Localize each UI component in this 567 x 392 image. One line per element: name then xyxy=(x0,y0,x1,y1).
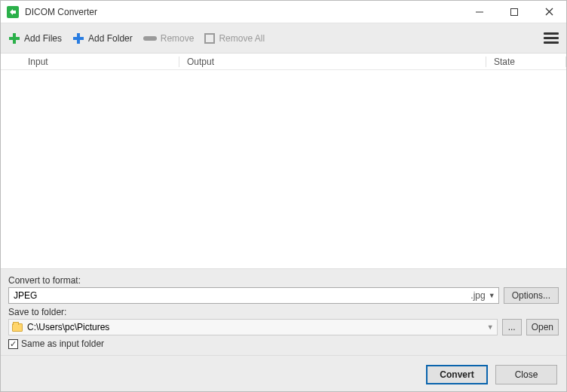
remove-button: Remove xyxy=(143,33,195,44)
save-folder-select[interactable]: C:\Users\pc\Pictures ▼ xyxy=(8,319,498,335)
column-header: Input Output State xyxy=(1,54,566,70)
column-divider xyxy=(565,57,566,67)
svg-rect-7 xyxy=(73,37,84,40)
settings-panel: Convert to format: JPEG .jpg ▼ Options..… xyxy=(1,268,566,355)
column-input[interactable]: Input xyxy=(1,57,179,67)
browse-button[interactable]: ... xyxy=(502,319,522,335)
minus-icon xyxy=(143,36,157,41)
format-name: JPEG xyxy=(14,290,470,301)
column-state[interactable]: State xyxy=(486,57,565,67)
title-bar: DICOM Converter xyxy=(1,1,566,23)
maximize-button[interactable] xyxy=(497,1,532,23)
square-icon xyxy=(204,33,215,44)
chevron-down-icon: ▼ xyxy=(487,323,494,331)
footer: Convert Close xyxy=(1,355,566,392)
add-folder-label: Add Folder xyxy=(88,33,133,44)
close-button[interactable]: Close xyxy=(495,365,557,384)
toolbar: Add Files Add Folder Remove Remove All xyxy=(1,23,566,54)
chevron-down-icon: ▼ xyxy=(489,292,495,299)
minimize-button[interactable] xyxy=(462,1,497,23)
svg-rect-5 xyxy=(9,37,20,40)
same-as-input-label: Same as input folder xyxy=(21,338,104,349)
folder-icon xyxy=(12,323,23,332)
checkbox-icon: ✓ xyxy=(8,339,18,349)
options-button[interactable]: Options... xyxy=(504,287,559,304)
remove-label: Remove xyxy=(161,33,195,44)
convert-button[interactable]: Convert xyxy=(426,365,488,384)
maximize-icon xyxy=(510,8,518,16)
format-select[interactable]: JPEG .jpg ▼ xyxy=(8,287,499,304)
close-icon xyxy=(545,8,553,16)
open-folder-button[interactable]: Open xyxy=(526,319,559,335)
add-files-label: Add Files xyxy=(24,33,62,44)
remove-all-button: Remove All xyxy=(204,33,265,44)
plus-icon xyxy=(8,32,20,44)
file-list[interactable] xyxy=(1,70,566,268)
remove-all-label: Remove All xyxy=(219,33,265,44)
save-folder-path: C:\Users\pc\Pictures xyxy=(27,322,109,332)
add-folder-button[interactable]: Add Folder xyxy=(72,32,133,44)
window-title: DICOM Converter xyxy=(25,7,462,17)
menu-button[interactable] xyxy=(544,32,559,44)
add-files-button[interactable]: Add Files xyxy=(8,32,62,44)
close-window-button[interactable] xyxy=(532,1,566,23)
format-ext: .jpg xyxy=(470,290,485,301)
minimize-icon xyxy=(476,8,483,16)
convert-format-label: Convert to format: xyxy=(8,275,559,286)
column-output[interactable]: Output xyxy=(179,57,486,67)
svg-rect-1 xyxy=(511,8,518,15)
plus-icon xyxy=(72,32,84,44)
save-folder-label: Save to folder: xyxy=(8,307,559,317)
same-as-input-checkbox[interactable]: ✓ Same as input folder xyxy=(8,338,559,349)
app-icon xyxy=(7,6,19,18)
